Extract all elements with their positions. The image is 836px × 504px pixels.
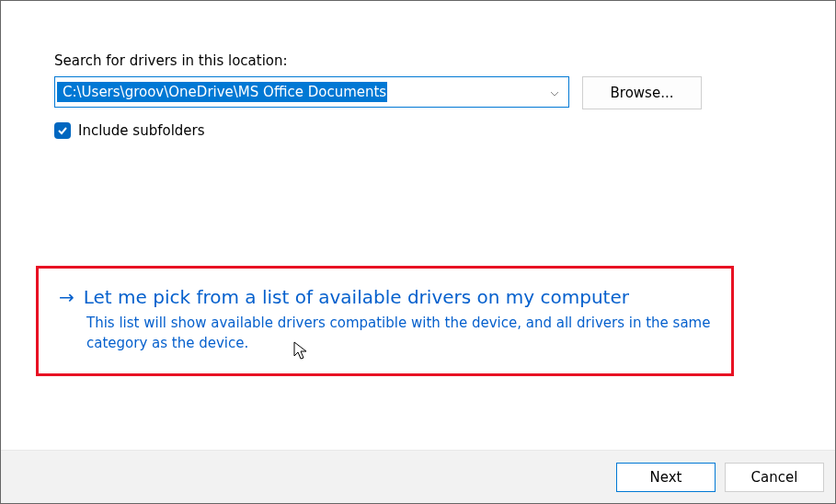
driver-path-value: C:\Users\groov\OneDrive\MS Office Docume… — [57, 82, 387, 102]
pick-from-list-description: This list will show available drivers co… — [86, 313, 711, 353]
arrow-right-icon: → — [59, 285, 74, 309]
include-subfolders-checkbox[interactable] — [54, 122, 71, 139]
cancel-button[interactable]: Cancel — [725, 463, 824, 492]
pick-from-list-option[interactable]: → Let me pick from a list of available d… — [36, 266, 734, 376]
browse-button[interactable]: Browse... — [582, 76, 702, 109]
search-location-label: Search for drivers in this location: — [54, 52, 782, 69]
next-button[interactable]: Next — [616, 463, 716, 492]
include-subfolders-label: Include subfolders — [78, 122, 205, 139]
pick-from-list-title: Let me pick from a list of available dri… — [84, 285, 629, 309]
driver-path-combobox[interactable]: C:\Users\groov\OneDrive\MS Office Docume… — [54, 76, 569, 108]
chevron-down-icon — [550, 84, 559, 100]
dialog-footer: Next Cancel — [1, 450, 835, 503]
